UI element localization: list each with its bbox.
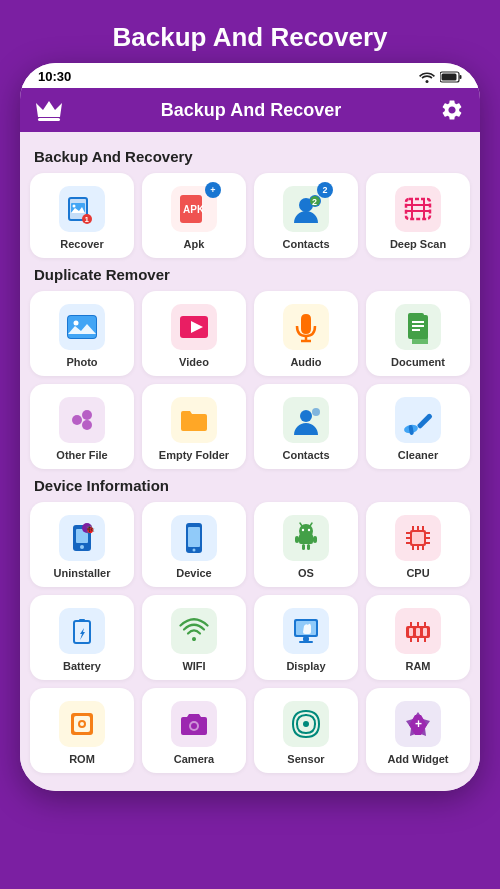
svg-point-39 bbox=[300, 410, 312, 422]
svg-point-96 bbox=[80, 722, 84, 726]
item-label: Device bbox=[176, 567, 211, 579]
list-item[interactable]: 1 Recover bbox=[30, 173, 134, 258]
list-item[interactable]: Other File bbox=[30, 384, 134, 469]
svg-rect-56 bbox=[302, 544, 305, 550]
svg-point-99 bbox=[303, 721, 309, 727]
list-item[interactable]: Photo bbox=[30, 291, 134, 376]
battery-icon bbox=[59, 608, 105, 654]
otherfile-icon bbox=[59, 397, 105, 443]
list-item[interactable]: RAM bbox=[366, 595, 470, 680]
app-header-title: Backup And Recover bbox=[62, 100, 440, 121]
svg-point-8 bbox=[73, 204, 76, 207]
list-item[interactable]: Camera bbox=[142, 688, 246, 773]
list-item[interactable]: Contacts bbox=[254, 384, 358, 469]
item-label: Recover bbox=[60, 238, 103, 250]
list-item[interactable]: Device bbox=[142, 502, 246, 587]
item-label: Add Widget bbox=[388, 753, 449, 765]
item-label: ROM bbox=[69, 753, 95, 765]
svg-text:1: 1 bbox=[85, 215, 90, 224]
svg-rect-63 bbox=[412, 532, 424, 544]
list-item[interactable]: Empty Folder bbox=[142, 384, 246, 469]
device-icon bbox=[171, 515, 217, 561]
item-label: Contacts bbox=[282, 449, 329, 461]
list-item[interactable]: 🐞 Uninstaller bbox=[30, 502, 134, 587]
svg-rect-77 bbox=[79, 619, 85, 622]
item-label: Document bbox=[391, 356, 445, 368]
svg-rect-17 bbox=[406, 199, 430, 219]
list-item[interactable]: OS bbox=[254, 502, 358, 587]
item-label: Sensor bbox=[287, 753, 324, 765]
app-header: Backup And Recover bbox=[20, 88, 480, 132]
svg-text:🐞: 🐞 bbox=[85, 523, 95, 533]
item-label: Photo bbox=[66, 356, 97, 368]
svg-point-78 bbox=[192, 637, 196, 641]
wifi-icon bbox=[171, 608, 217, 654]
uninstaller-icon: 🐞 bbox=[59, 515, 105, 561]
crown-icon bbox=[36, 99, 62, 121]
item-label: WIFI bbox=[182, 660, 205, 672]
svg-point-58 bbox=[302, 528, 304, 530]
item-label: Deep Scan bbox=[390, 238, 446, 250]
svg-text:APK: APK bbox=[183, 204, 205, 215]
contacts-badge: 2 bbox=[317, 182, 333, 198]
list-item[interactable]: Audio bbox=[254, 291, 358, 376]
svg-rect-57 bbox=[307, 544, 310, 550]
item-label: Video bbox=[179, 356, 209, 368]
rom-icon bbox=[59, 701, 105, 747]
svg-rect-84 bbox=[409, 628, 413, 636]
svg-point-25 bbox=[74, 320, 79, 325]
deepscan-icon bbox=[395, 186, 441, 232]
audio-icon bbox=[283, 304, 329, 350]
svg-rect-4 bbox=[38, 118, 60, 121]
list-item[interactable]: Deep Scan bbox=[366, 173, 470, 258]
photo-icon bbox=[59, 304, 105, 350]
svg-rect-24 bbox=[68, 316, 96, 338]
section-title-duplicate: Duplicate Remover bbox=[34, 266, 466, 283]
item-label: Audio bbox=[290, 356, 321, 368]
apk-icon: APK + bbox=[171, 186, 217, 232]
item-label: CPU bbox=[406, 567, 429, 579]
svg-line-61 bbox=[310, 523, 312, 526]
contacts-dup-icon bbox=[283, 397, 329, 443]
cpu-icon bbox=[395, 515, 441, 561]
svg-point-98 bbox=[191, 723, 197, 729]
settings-icon[interactable] bbox=[440, 98, 464, 122]
svg-rect-55 bbox=[313, 536, 317, 543]
item-label: Cleaner bbox=[398, 449, 438, 461]
list-item[interactable]: 2 2 Contacts bbox=[254, 173, 358, 258]
list-item[interactable]: Video bbox=[142, 291, 246, 376]
svg-line-60 bbox=[300, 523, 302, 526]
svg-rect-2 bbox=[460, 75, 462, 79]
list-item[interactable]: APK + Apk bbox=[142, 173, 246, 258]
svg-point-46 bbox=[80, 545, 84, 549]
list-item[interactable]: + Add Widget bbox=[366, 688, 470, 773]
section-title-device: Device Information bbox=[34, 477, 466, 494]
list-item[interactable]: Battery bbox=[30, 595, 134, 680]
svg-rect-54 bbox=[295, 536, 299, 543]
list-item[interactable]: Document bbox=[366, 291, 470, 376]
section-title-backup: Backup And Recovery bbox=[34, 148, 466, 165]
document-icon bbox=[395, 304, 441, 350]
item-label: Contacts bbox=[282, 238, 329, 250]
svg-rect-86 bbox=[423, 628, 427, 636]
item-label: Display bbox=[286, 660, 325, 672]
display-icon bbox=[283, 608, 329, 654]
sensor-icon bbox=[283, 701, 329, 747]
list-item[interactable]: Display bbox=[254, 595, 358, 680]
svg-point-0 bbox=[426, 80, 429, 83]
list-item[interactable]: ROM bbox=[30, 688, 134, 773]
svg-point-51 bbox=[193, 548, 196, 551]
battery-status-icon bbox=[440, 71, 462, 83]
list-item[interactable]: CPU bbox=[366, 502, 470, 587]
list-item[interactable]: Sensor bbox=[254, 688, 358, 773]
svg-point-59 bbox=[308, 528, 310, 530]
item-label: OS bbox=[298, 567, 314, 579]
list-item[interactable]: WIFI bbox=[142, 595, 246, 680]
item-label: Camera bbox=[174, 753, 214, 765]
camera-icon bbox=[171, 701, 217, 747]
section-duplicate-remover: Duplicate Remover Photo bbox=[30, 266, 470, 469]
scroll-area: Backup And Recovery bbox=[20, 132, 480, 791]
list-item[interactable]: Cleaner bbox=[366, 384, 470, 469]
page-title: Backup And Recovery bbox=[0, 0, 500, 63]
status-bar: 10:30 bbox=[20, 63, 480, 88]
